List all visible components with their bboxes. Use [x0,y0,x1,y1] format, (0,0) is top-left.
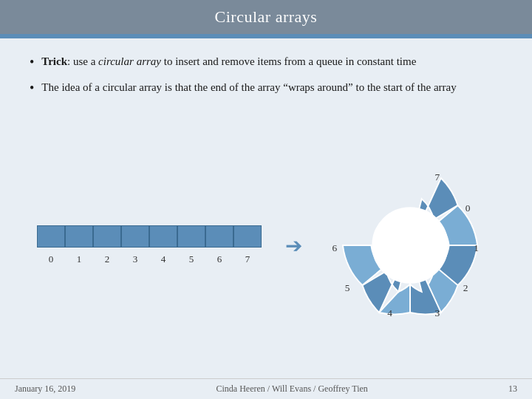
circ-label-1: 0 [466,202,471,214]
linear-array-section: 0 1 2 3 4 5 6 7 [37,225,262,265]
label-2: 2 [93,253,121,265]
bullet-text-2: The idea of a circular array is that the… [41,79,456,96]
circ-label-6: 5 [345,282,350,293]
content-area: Trick: use a circular array to insert an… [0,38,532,378]
slide: Circular arrays Trick: use a circular ar… [0,0,532,399]
svg-point-0 [372,208,448,283]
cell-7 [233,225,262,248]
footer-date: January 16, 2019 [15,383,75,395]
label-0: 0 [37,253,65,265]
cell-4 [149,225,177,248]
circ-label-5: 4 [387,307,392,318]
cell-2 [93,225,121,248]
cell-5 [177,225,205,248]
circ-label-7: 6 [332,242,338,253]
label-7: 7 [233,253,262,265]
circular-svg: .seg { fill: #5b8db8; stroke: white; str… [325,160,495,330]
circ-label-0: 7 [435,171,440,183]
array-labels: 0 1 2 3 4 5 6 7 [37,253,262,265]
cell-6 [205,225,233,248]
label-3: 3 [121,253,149,265]
cell-3 [121,225,149,248]
bullet-item-1: Trick: use a circular array to insert an… [30,53,502,72]
label-5: 5 [177,253,205,265]
label-6: 6 [205,253,233,265]
label-4: 4 [149,253,177,265]
circ-label-4: 3 [435,307,440,318]
slide-title: Circular arrays [0,0,532,34]
trick-label: Trick [41,55,67,67]
circular-array-diagram: .seg { fill: #5b8db8; stroke: white; str… [325,160,495,330]
bullet-text-1: Trick: use a circular array to insert an… [41,53,416,70]
label-1: 1 [65,253,93,265]
cell-1 [65,225,93,248]
array-cells [37,225,262,248]
diagram-area: 0 1 2 3 4 5 6 7 ➔ [30,120,502,371]
circ-label-2: 1 [474,242,479,253]
footer-page: 13 [508,383,517,395]
footer: January 16, 2019 Cinda Heeren / Will Eva… [0,378,532,399]
arrow-right-icon: ➔ [285,233,302,258]
circ-label-3: 2 [463,282,468,293]
trick-suffix: to insert and remove items from a queue … [161,55,416,67]
trick-text: : use a [67,55,98,67]
circular-array-italic: circular array [98,55,161,67]
footer-authors: Cinda Heeren / Will Evans / Geoffrey Tie… [216,383,367,395]
bullet-item-2: The idea of a circular array is that the… [30,79,502,98]
cell-0 [37,225,65,248]
bullet-list: Trick: use a circular array to insert an… [30,53,502,105]
